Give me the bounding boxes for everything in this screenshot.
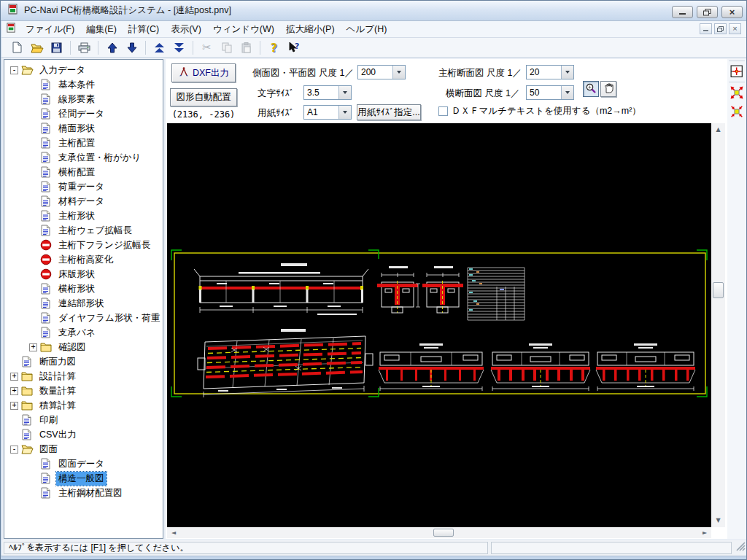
- arrow-up-icon[interactable]: [103, 39, 121, 56]
- new-file-icon[interactable]: [8, 39, 26, 56]
- doc-icon: [40, 312, 53, 324]
- doc-icon: [40, 93, 53, 105]
- zoom-tool-button[interactable]: [583, 81, 599, 97]
- menu-window[interactable]: ウィンドウ(W): [207, 21, 280, 38]
- dxf-export-button[interactable]: DXF出力: [171, 63, 236, 82]
- tree-item[interactable]: 径間データ: [4, 106, 163, 121]
- doc-icon: [40, 79, 53, 90]
- chevron-down-icon[interactable]: [561, 86, 573, 99]
- tree-item-label: 数量計算: [37, 384, 78, 398]
- tree-item[interactable]: -入力データ: [4, 63, 163, 77]
- tree-expander-icon[interactable]: -: [10, 66, 18, 74]
- tree-expander-icon[interactable]: +: [10, 387, 18, 395]
- auto-layout-button[interactable]: 図形自動配置: [170, 88, 237, 106]
- tree-item[interactable]: 支承位置・桁がかり: [4, 150, 163, 165]
- tree-item[interactable]: 線形要素: [4, 92, 163, 106]
- tree-expander-icon[interactable]: +: [10, 402, 18, 410]
- restore-button[interactable]: [697, 6, 718, 18]
- paper-size-select[interactable]: A1: [303, 105, 352, 120]
- arrow-down-icon[interactable]: [123, 39, 141, 56]
- folder-closed-icon: [40, 341, 53, 353]
- tree-item[interactable]: 断面力図: [4, 354, 163, 369]
- side-plan-scale-select[interactable]: 200: [357, 65, 406, 79]
- tree-item[interactable]: +積算計算: [4, 398, 163, 413]
- paper-size-spec-button[interactable]: 用紙ｻｲｽﾞ指定...: [357, 104, 421, 120]
- menu-help[interactable]: ヘルプ(H): [341, 21, 393, 38]
- chevron-down-icon[interactable]: [338, 106, 351, 119]
- save-icon[interactable]: [47, 39, 66, 56]
- context-help-icon[interactable]: ?: [285, 39, 303, 56]
- menu-edit[interactable]: 編集(E): [80, 21, 123, 38]
- tree-item[interactable]: 主桁桁高変化: [4, 252, 163, 267]
- tree-item[interactable]: CSV出力: [4, 427, 163, 442]
- girder-section-scale-select[interactable]: 20: [526, 65, 574, 79]
- menu-zoom[interactable]: 拡大縮小(P): [280, 21, 341, 38]
- pan-tool-button[interactable]: [600, 81, 616, 97]
- tree-item[interactable]: +確認図: [4, 340, 163, 354]
- fit-to-page-button[interactable]: [728, 63, 746, 80]
- help-icon[interactable]: ?: [265, 39, 283, 56]
- tree-item[interactable]: +設計計算: [4, 369, 163, 384]
- horizontal-scroll-thumb[interactable]: [433, 529, 454, 537]
- zoom-extents-button[interactable]: [728, 84, 746, 101]
- tree-item[interactable]: 橋面形状: [4, 121, 163, 136]
- chevron-down-icon[interactable]: [338, 86, 351, 99]
- menu-calc[interactable]: 計算(C): [123, 21, 165, 38]
- open-file-icon[interactable]: [28, 39, 46, 56]
- scroll-down-icon[interactable]: ▼: [711, 516, 725, 526]
- tree-item[interactable]: 図面データ: [4, 456, 163, 471]
- tree-item[interactable]: 荷重データ: [4, 179, 163, 194]
- tree-expander-icon[interactable]: +: [10, 373, 18, 381]
- dxf-multitext-checkbox[interactable]: ＤＸＦマルチテキストを使用する（m2→m²）: [438, 105, 641, 117]
- tree-item[interactable]: -図面: [4, 442, 163, 456]
- menu-file[interactable]: ファイル(F): [20, 21, 80, 38]
- tree-item[interactable]: 横桁配置: [4, 165, 163, 179]
- tree-item[interactable]: 連結部形状: [4, 296, 163, 311]
- double-arrow-down-icon[interactable]: [170, 39, 188, 56]
- tree-item[interactable]: 基本条件: [4, 77, 163, 92]
- doc-icon: [40, 472, 53, 484]
- mdi-restore-button[interactable]: [714, 23, 727, 34]
- tree-item[interactable]: ダイヤフラム形状・荷重: [4, 311, 163, 325]
- checkbox-icon[interactable]: [438, 106, 448, 116]
- paste-icon[interactable]: [237, 39, 255, 56]
- double-arrow-up-icon[interactable]: [150, 39, 169, 56]
- tree-item[interactable]: 支承バネ: [4, 325, 163, 340]
- tree-item[interactable]: 主桁鋼材配置図: [4, 486, 163, 500]
- char-size-select[interactable]: 3.5: [303, 85, 352, 100]
- tree-item[interactable]: 印刷: [4, 413, 163, 427]
- doc-icon: [40, 210, 53, 222]
- tree-item[interactable]: 材料データ: [4, 194, 163, 209]
- tree-expander-icon[interactable]: -: [10, 446, 18, 454]
- chevron-down-icon[interactable]: [561, 66, 573, 79]
- zoom-shrink-button[interactable]: [728, 103, 746, 120]
- vertical-scroll-thumb[interactable]: [713, 282, 724, 298]
- close-button[interactable]: ×: [721, 6, 743, 18]
- scroll-right-icon[interactable]: ►: [700, 527, 710, 538]
- tree-item[interactable]: +数量計算: [4, 384, 163, 398]
- resize-grip[interactable]: [736, 541, 746, 554]
- menu-view[interactable]: 表示(V): [165, 21, 207, 38]
- tree-item-label: 主桁ウェブ拡幅長: [56, 224, 134, 238]
- copy-icon[interactable]: [217, 39, 236, 56]
- tree-expander-icon[interactable]: +: [29, 343, 37, 351]
- mdi-close-button[interactable]: ×: [729, 23, 741, 34]
- tree-item[interactable]: 構造一般図: [4, 471, 163, 486]
- scroll-left-icon[interactable]: ◄: [169, 527, 179, 538]
- tree-item[interactable]: 主桁下フランジ拡幅長: [4, 238, 163, 252]
- drawing-canvas[interactable]: [167, 123, 711, 527]
- chevron-down-icon[interactable]: [392, 66, 405, 79]
- horizontal-scrollbar[interactable]: ◄ ►: [167, 527, 711, 538]
- minimize-button[interactable]: [672, 6, 693, 18]
- cut-icon[interactable]: ✂: [198, 39, 216, 56]
- tree-item[interactable]: 主桁ウェブ拡幅長: [4, 223, 163, 238]
- print-icon[interactable]: [75, 39, 93, 56]
- mdi-minimize-button[interactable]: [700, 23, 712, 34]
- tree-item[interactable]: 主桁形状: [4, 209, 163, 223]
- cross-section-scale-select[interactable]: 50: [526, 85, 574, 100]
- tree-item[interactable]: 横桁形状: [4, 281, 163, 296]
- tree-item[interactable]: 床版形状: [4, 267, 163, 281]
- vertical-scrollbar[interactable]: ▲ ▼: [711, 123, 725, 527]
- tree-item[interactable]: 主桁配置: [4, 136, 163, 150]
- scroll-up-icon[interactable]: ▲: [711, 125, 725, 135]
